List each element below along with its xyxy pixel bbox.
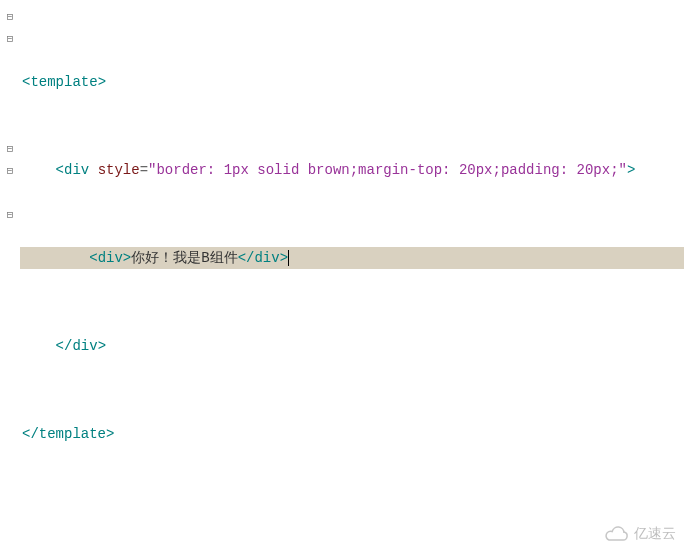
watermark: 亿速云 (604, 525, 676, 543)
tag-close: > (98, 71, 106, 93)
tag-open: < (89, 247, 97, 269)
indent (22, 247, 89, 269)
fold-icon[interactable] (0, 247, 20, 269)
fold-icon[interactable] (0, 291, 20, 313)
fold-icon[interactable] (0, 269, 20, 291)
code-line[interactable]: <div style="border: 1px solid brown;marg… (20, 159, 684, 181)
tag-open: </ (238, 247, 255, 269)
tag-close: > (280, 247, 288, 269)
code-line[interactable] (20, 511, 684, 533)
fold-icon[interactable]: ⊟ (0, 137, 20, 159)
fold-icon[interactable]: ⊟ (0, 5, 20, 27)
tag-name: div (72, 335, 97, 357)
attr-eq: = (140, 159, 148, 181)
fold-icon[interactable] (0, 71, 20, 93)
fold-icon[interactable] (0, 489, 20, 511)
fold-icon[interactable] (0, 115, 20, 137)
tag-open: </ (56, 335, 73, 357)
tag-name: template (39, 423, 106, 445)
fold-icon[interactable] (0, 357, 20, 379)
fold-icon[interactable] (0, 467, 20, 489)
fold-gutter: ⊟ ⊟ ⊟ ⊟ ⊟ (0, 0, 20, 551)
watermark-text: 亿速云 (634, 525, 676, 543)
fold-icon[interactable] (0, 401, 20, 423)
fold-icon[interactable] (0, 379, 20, 401)
tag-name: div (254, 247, 279, 269)
tag-close: > (98, 335, 106, 357)
tag-open: < (56, 159, 64, 181)
fold-icon[interactable] (0, 445, 20, 467)
fold-icon[interactable] (0, 49, 20, 71)
code-area[interactable]: <template> <div style="border: 1px solid… (20, 0, 684, 551)
fold-icon[interactable]: ⊟ (0, 159, 20, 181)
code-line-active[interactable]: <div>你好！我是B组件</div> (20, 247, 684, 269)
code-line[interactable]: <template> (20, 71, 684, 93)
tag-close: > (123, 247, 131, 269)
fold-icon[interactable]: ⊟ (0, 27, 20, 49)
indent (22, 159, 56, 181)
attr-value: "border: 1px solid brown;margin-top: 20p… (148, 159, 627, 181)
fold-icon[interactable] (0, 335, 20, 357)
tag-open: </ (22, 423, 39, 445)
fold-icon[interactable] (0, 181, 20, 203)
tag-open: < (22, 71, 30, 93)
sp (89, 159, 97, 181)
fold-icon[interactable] (0, 511, 20, 533)
tag-name: div (98, 247, 123, 269)
tag-close: > (627, 159, 635, 181)
text-node: 你好！我是B组件 (131, 247, 237, 269)
fold-icon[interactable] (0, 423, 20, 445)
tag-name: template (30, 71, 97, 93)
tag-close: > (106, 423, 114, 445)
fold-icon[interactable] (0, 93, 20, 115)
code-line[interactable]: </div> (20, 335, 684, 357)
code-line[interactable]: </template> (20, 423, 684, 445)
text-cursor (288, 250, 289, 266)
fold-icon[interactable] (0, 313, 20, 335)
fold-icon[interactable]: ⊟ (0, 203, 20, 225)
fold-icon[interactable] (0, 225, 20, 247)
code-editor[interactable]: ⊟ ⊟ ⊟ ⊟ ⊟ <template> <div style="border:… (0, 0, 684, 551)
tag-name: div (64, 159, 89, 181)
indent (22, 335, 56, 357)
cloud-icon (604, 525, 630, 543)
attr-name: style (98, 159, 140, 181)
